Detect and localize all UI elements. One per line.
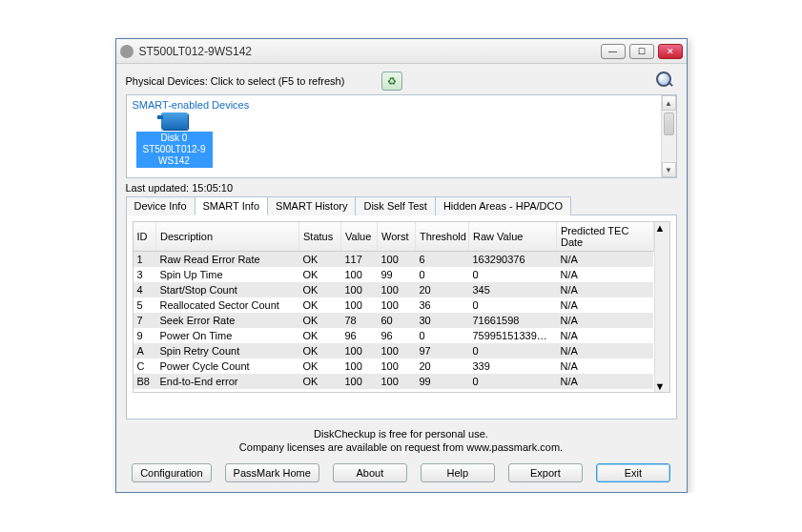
cell-tec: N/A <box>557 358 654 374</box>
cell-status: OK <box>299 297 341 313</box>
col-id[interactable]: ID <box>134 222 156 252</box>
cell-id: 4 <box>134 282 156 297</box>
cell-id: C <box>134 358 156 374</box>
devices-panel: SMART-enabled Devices Disk 0 ST500LT012-… <box>126 94 677 178</box>
refresh-icon: ♻ <box>387 75 397 88</box>
cell-thresh: 97 <box>416 343 469 358</box>
titlebar[interactable]: ST500LT012-9WS142 — ☐ ✕ <box>116 39 687 64</box>
scroll-up-icon[interactable]: ▲ <box>662 95 676 111</box>
cell-tec: N/A <box>557 328 654 343</box>
cell-value: 117 <box>341 252 378 268</box>
cell-desc: Spin Up Time <box>156 267 299 282</box>
table-row[interactable]: CPower Cycle CountOK10010020339N/A <box>134 358 654 374</box>
cell-worst: 99 <box>378 267 416 282</box>
cell-status: OK <box>299 374 341 389</box>
scroll-down-icon[interactable]: ▼ <box>655 380 669 392</box>
cell-tec: N/A <box>557 282 654 297</box>
cell-thresh: 6 <box>416 252 469 268</box>
tab-device-info[interactable]: Device Info <box>126 196 195 215</box>
cell-value: 100 <box>341 282 378 297</box>
cell-worst: 100 <box>378 358 416 374</box>
cell-thresh: 20 <box>416 282 469 297</box>
cell-raw: 0 <box>469 267 557 282</box>
cell-thresh: 99 <box>416 374 469 389</box>
cell-status: OK <box>299 313 341 328</box>
table-scrollbar[interactable]: ▲ ▼ <box>654 222 669 392</box>
cell-value: 78 <box>341 313 378 328</box>
col-tec[interactable]: Predicted TEC Date <box>557 222 654 252</box>
table-row[interactable]: B8End-to-End errorOK100100990N/A <box>134 374 654 389</box>
about-button[interactable]: About <box>333 463 407 482</box>
cell-tec: N/A <box>557 389 654 393</box>
last-updated-label: Last updated: 15:05:10 <box>126 182 677 194</box>
disk-label-line: WS142 <box>138 155 211 167</box>
table-row[interactable]: 1Raw Read Error RateOK1171006163290376N/… <box>134 252 654 268</box>
tab-hidden-areas[interactable]: Hidden Areas - HPA/DCO <box>435 196 571 215</box>
tab-content: ID Description Status Value Worst Thresh… <box>126 215 677 419</box>
disk-label-line: ST500LT012-9 <box>138 144 211 155</box>
tab-disk-self-test[interactable]: Disk Self Test <box>355 196 435 215</box>
cell-thresh: 36 <box>416 297 469 313</box>
cell-status: OK <box>299 358 341 374</box>
table-row[interactable]: 5Reallocated Sector CountOK100100360N/A <box>134 297 654 313</box>
cell-id: 5 <box>134 297 156 313</box>
maximize-button[interactable]: ☐ <box>629 44 654 59</box>
col-raw[interactable]: Raw Value <box>469 222 557 252</box>
tab-bar: Device Info SMART Info SMART History Dis… <box>126 195 677 215</box>
cell-thresh: 0 <box>416 328 469 343</box>
cell-worst: 100 <box>378 389 416 393</box>
cell-tec: N/A <box>557 313 654 328</box>
table-row[interactable]: BBReported Uncorrectable ErrorsOK1001000… <box>134 389 654 393</box>
col-threshold[interactable]: Threshold <box>416 222 469 252</box>
cell-thresh: 0 <box>416 267 469 282</box>
col-value[interactable]: Value <box>341 222 378 252</box>
cell-worst: 100 <box>378 343 416 358</box>
close-button[interactable]: ✕ <box>658 44 683 59</box>
disk-item[interactable]: Disk 0 ST500LT012-9 WS142 <box>133 113 216 168</box>
cell-value: 100 <box>341 374 378 389</box>
devices-scrollbar[interactable]: ▲ ▼ <box>661 95 676 177</box>
col-description[interactable]: Description <box>156 222 299 252</box>
col-status[interactable]: Status <box>299 222 341 252</box>
cell-value: 100 <box>341 358 378 374</box>
cell-desc: Reported Uncorrectable Errors <box>156 389 299 393</box>
harddrive-icon <box>161 113 188 130</box>
cell-id: 1 <box>134 252 156 268</box>
tab-smart-info[interactable]: SMART Info <box>195 196 269 215</box>
tab-smart-history[interactable]: SMART History <box>267 196 356 215</box>
cell-desc: Raw Read Error Rate <box>156 252 299 268</box>
cell-raw: 75995151339416 <box>469 328 557 343</box>
cell-raw: 0 <box>469 374 557 389</box>
scroll-down-icon[interactable]: ▼ <box>662 162 676 177</box>
cell-thresh: 20 <box>416 358 469 374</box>
col-worst[interactable]: Worst <box>378 222 416 252</box>
refresh-button[interactable]: ♻ <box>381 72 402 91</box>
disk-label: Disk 0 ST500LT012-9 WS142 <box>136 132 213 168</box>
scroll-up-icon[interactable]: ▲ <box>655 222 669 234</box>
cell-id: 3 <box>134 267 156 282</box>
cell-raw: 339 <box>469 358 557 374</box>
help-button[interactable]: Help <box>421 463 495 482</box>
table-row[interactable]: 7Seek Error RateOK78603071661598N/A <box>134 313 654 328</box>
search-icon[interactable] <box>654 72 677 91</box>
export-button[interactable]: Export <box>508 463 583 482</box>
cell-tec: N/A <box>557 374 654 389</box>
cell-value: 100 <box>341 389 378 393</box>
table-row[interactable]: ASpin Retry CountOK100100970N/A <box>134 343 654 358</box>
scroll-thumb[interactable] <box>664 113 674 135</box>
footer-line: DiskCheckup is free for personal use. <box>126 427 677 440</box>
table-row[interactable]: 3Spin Up TimeOK1009900N/A <box>134 267 654 282</box>
cell-id: 7 <box>134 313 156 328</box>
table-row[interactable]: 9Power On TimeOK9696075995151339416N/A <box>134 328 654 343</box>
cell-desc: Seek Error Rate <box>156 313 299 328</box>
configuration-button[interactable]: Configuration <box>132 463 211 482</box>
passmark-home-button[interactable]: PassMark Home <box>225 463 319 482</box>
cell-raw: 0 <box>469 389 557 393</box>
cell-desc: Spin Retry Count <box>156 343 299 358</box>
cell-status: OK <box>299 389 341 393</box>
table-row[interactable]: 4Start/Stop CountOK10010020345N/A <box>134 282 654 297</box>
cell-raw: 71661598 <box>469 313 557 328</box>
physical-devices-label: Physical Devices: Click to select (F5 to… <box>126 75 378 87</box>
minimize-button[interactable]: — <box>601 44 626 59</box>
exit-button[interactable]: Exit <box>596 463 670 482</box>
